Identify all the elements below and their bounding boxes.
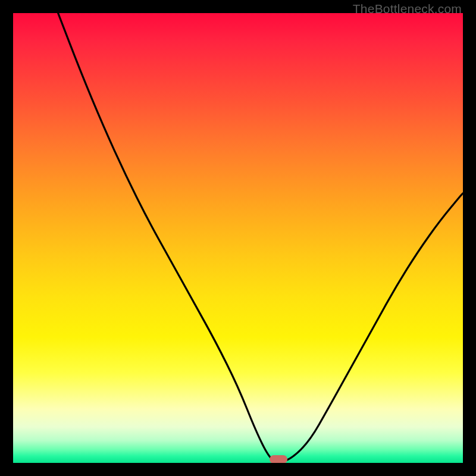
attribution-text: TheBottleneck.com	[353, 2, 462, 16]
plot-area	[13, 13, 463, 463]
chart-frame: TheBottleneck.com	[0, 0, 476, 476]
bottleneck-curve	[13, 13, 463, 463]
minimum-marker	[270, 455, 287, 463]
